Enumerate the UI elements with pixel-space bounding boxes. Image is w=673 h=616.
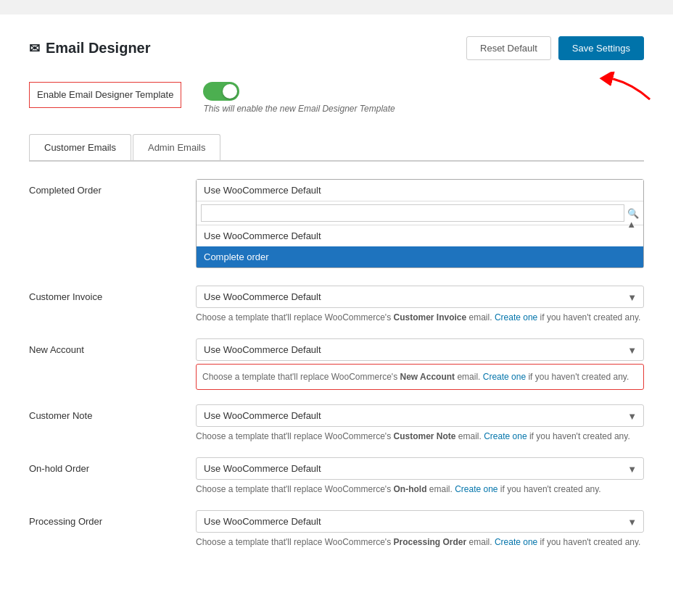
enable-label: Enable Email Designer Template bbox=[29, 82, 181, 108]
completed-order-content: Use WooCommerce Default ▲ 🔍 Use WooComme… bbox=[196, 179, 644, 271]
processing-order-content: Use WooCommerce Default ▼ Choose a templ… bbox=[196, 510, 644, 549]
new-account-row: New Account Use WooCommerce Default ▼ Ch… bbox=[29, 338, 644, 390]
customer-invoice-create-link[interactable]: Create one bbox=[495, 312, 537, 322]
processing-order-label: Processing Order bbox=[29, 510, 174, 527]
page-header: ✉ Email Designer Reset Default Save Sett… bbox=[29, 36, 644, 60]
enable-right: This will enable the new Email Designer … bbox=[203, 82, 395, 114]
red-arrow-annotation bbox=[597, 58, 662, 128]
customer-invoice-row: Customer Invoice Use WooCommerce Default… bbox=[29, 286, 644, 324]
processing-order-create-link[interactable]: Create one bbox=[495, 537, 537, 547]
new-account-description: Choose a template that'll replace WooCom… bbox=[202, 370, 637, 383]
processing-order-dropdown[interactable]: Use WooCommerce Default ▼ bbox=[196, 510, 644, 533]
dropdown-option-default[interactable]: Use WooCommerce Default bbox=[197, 225, 643, 246]
completed-order-row: Completed Order Use WooCommerce Default … bbox=[29, 179, 644, 271]
on-hold-order-create-link[interactable]: Create one bbox=[455, 484, 497, 494]
dropdown-search-input[interactable] bbox=[201, 204, 624, 222]
completed-order-dropdown-open[interactable]: Use WooCommerce Default ▲ 🔍 Use WooComme… bbox=[196, 179, 644, 268]
customer-note-content: Use WooCommerce Default ▼ Choose a templ… bbox=[196, 404, 644, 443]
dropdown-options: Use WooCommerce Default Complete order bbox=[197, 225, 643, 267]
customer-invoice-label: Customer Invoice bbox=[29, 286, 174, 302]
dropdown-header[interactable]: Use WooCommerce Default ▲ bbox=[197, 180, 643, 201]
search-icon: 🔍 bbox=[627, 208, 639, 219]
new-account-content: Use WooCommerce Default ▼ Choose a templ… bbox=[196, 338, 644, 390]
on-hold-order-description: Choose a template that'll replace WooCom… bbox=[196, 483, 644, 496]
processing-order-row: Processing Order Use WooCommerce Default… bbox=[29, 510, 644, 549]
tabs: Customer Emails Admin Emails bbox=[29, 134, 644, 162]
dropdown-current-value: Use WooCommerce Default bbox=[204, 185, 321, 196]
dropdown-search-wrapper: 🔍 bbox=[197, 201, 643, 225]
tab-customer-emails[interactable]: Customer Emails bbox=[29, 134, 131, 160]
page-title: ✉ Email Designer bbox=[29, 40, 151, 57]
customer-invoice-content: Use WooCommerce Default ▼ Choose a templ… bbox=[196, 286, 644, 324]
on-hold-order-select[interactable]: Use WooCommerce Default bbox=[196, 457, 644, 480]
on-hold-order-content: Use WooCommerce Default ▼ Choose a templ… bbox=[196, 457, 644, 496]
new-account-description-box: Choose a template that'll replace WooCom… bbox=[196, 364, 644, 390]
new-account-label: New Account bbox=[29, 338, 174, 355]
on-hold-order-label: On-hold Order bbox=[29, 457, 174, 474]
enable-section: Enable Email Designer Template This will… bbox=[29, 82, 644, 114]
enable-description: This will enable the new Email Designer … bbox=[203, 104, 395, 114]
tab-admin-emails[interactable]: Admin Emails bbox=[133, 134, 220, 160]
toggle-wrapper[interactable] bbox=[203, 82, 395, 101]
new-account-select[interactable]: Use WooCommerce Default bbox=[196, 338, 644, 361]
completed-order-label: Completed Order bbox=[29, 179, 174, 196]
customer-invoice-dropdown[interactable]: Use WooCommerce Default ▼ bbox=[196, 286, 644, 308]
header-buttons: Reset Default Save Settings bbox=[466, 36, 644, 60]
customer-note-row: Customer Note Use WooCommerce Default ▼ … bbox=[29, 404, 644, 443]
customer-note-create-link[interactable]: Create one bbox=[484, 431, 527, 441]
customer-invoice-description: Choose a template that'll replace WooCom… bbox=[196, 311, 644, 324]
dropdown-option-complete-order[interactable]: Complete order bbox=[197, 246, 643, 267]
customer-note-label: Customer Note bbox=[29, 404, 174, 421]
envelope-icon: ✉ bbox=[29, 41, 40, 57]
processing-order-description: Choose a template that'll replace WooCom… bbox=[196, 536, 644, 549]
new-account-dropdown[interactable]: Use WooCommerce Default ▼ bbox=[196, 338, 644, 361]
processing-order-select[interactable]: Use WooCommerce Default bbox=[196, 510, 644, 533]
customer-note-dropdown[interactable]: Use WooCommerce Default ▼ bbox=[196, 404, 644, 427]
save-settings-button[interactable]: Save Settings bbox=[558, 36, 644, 60]
on-hold-order-dropdown[interactable]: Use WooCommerce Default ▼ bbox=[196, 457, 644, 480]
customer-invoice-select[interactable]: Use WooCommerce Default bbox=[196, 286, 644, 308]
reset-default-button[interactable]: Reset Default bbox=[466, 36, 551, 60]
customer-note-select[interactable]: Use WooCommerce Default bbox=[196, 404, 644, 427]
enable-toggle[interactable] bbox=[203, 82, 239, 101]
on-hold-order-row: On-hold Order Use WooCommerce Default ▼ … bbox=[29, 457, 644, 496]
customer-note-description: Choose a template that'll replace WooCom… bbox=[196, 430, 644, 443]
new-account-create-link[interactable]: Create one bbox=[483, 372, 526, 382]
